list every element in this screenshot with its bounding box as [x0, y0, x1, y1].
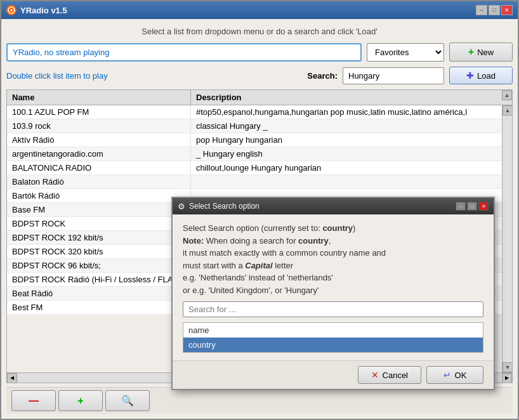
- modal-current-option: country: [322, 223, 353, 233]
- modal-title-text: Select Search option: [189, 202, 260, 211]
- modal-body: Select Search option (currently set to: …: [173, 214, 494, 360]
- modal-note-eg1: e.g. 'Netherlands' instead of 'netherlan…: [183, 273, 333, 282]
- modal-title-buttons: − □ ✕: [456, 202, 489, 211]
- modal-maximize-btn[interactable]: □: [467, 202, 477, 211]
- modal-note-line3-prefix: must start with a: [183, 261, 245, 270]
- modal-note-eg2: or e.g. 'United Kingdom', or 'Hungary': [183, 285, 319, 295]
- modal-note-country: country: [298, 236, 329, 246]
- modal-note-line3-end: letter: [273, 261, 294, 270]
- option-country[interactable]: country: [183, 338, 483, 352]
- modal-footer: ✕ Cancel ↵ OK: [173, 360, 494, 389]
- modal-option-list: name country: [183, 322, 483, 353]
- option-name[interactable]: name: [183, 323, 483, 338]
- ok-icon: ↵: [443, 370, 451, 380]
- search-option-dialog: ⚙ Select Search option − □ ✕ Select Sear…: [171, 197, 495, 390]
- modal-description: Select Search option (currently set to: …: [183, 222, 483, 296]
- modal-note-comma: ,: [329, 236, 331, 246]
- modal-desc-prefix: Select Search option (currently set to:: [183, 223, 322, 233]
- cancel-button[interactable]: ✕ Cancel: [358, 366, 421, 384]
- modal-title-left: ⚙ Select Search option: [178, 202, 260, 211]
- modal-note-text: When doing a search for: [204, 236, 298, 246]
- modal-search-input[interactable]: [183, 301, 483, 317]
- modal-title-bar: ⚙ Select Search option − □ ✕: [173, 198, 494, 214]
- modal-note-capital: Capital: [245, 261, 272, 270]
- modal-desc-suffix: ): [353, 223, 355, 233]
- modal-icon: ⚙: [178, 202, 185, 211]
- modal-note-line2: it must match exactly with a common coun…: [183, 248, 386, 258]
- modal-note-label: Note:: [183, 236, 204, 246]
- modal-close-btn[interactable]: ✕: [478, 202, 489, 211]
- ok-button[interactable]: ↵ OK: [426, 366, 483, 384]
- modal-overlay: ⚙ Select Search option − □ ✕ Select Sear…: [0, 0, 519, 420]
- ok-label: OK: [455, 371, 467, 380]
- modal-minimize-btn[interactable]: −: [456, 202, 466, 211]
- cancel-icon: ✕: [371, 370, 379, 380]
- cancel-label: Cancel: [383, 371, 408, 380]
